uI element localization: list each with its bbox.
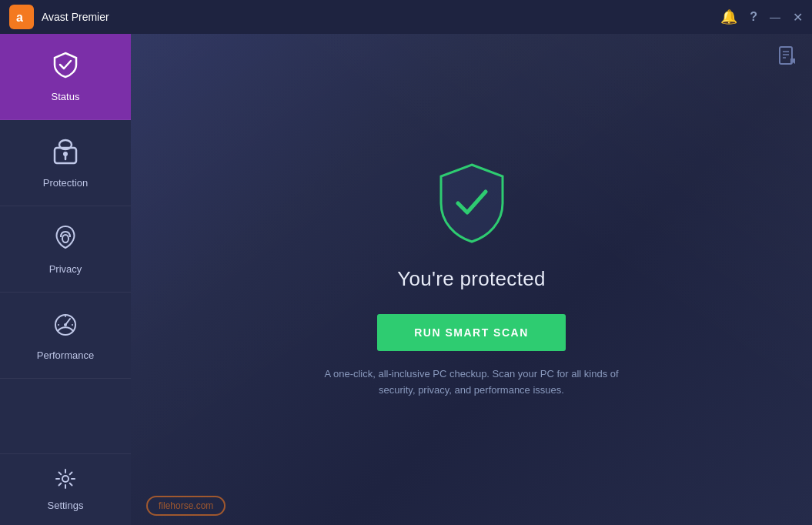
help-icon[interactable]: ? [750,10,757,24]
svg-point-5 [62,235,69,242]
performance-label: Performance [37,349,94,361]
sidebar-spacer [0,379,131,453]
scan-description: A one-click, all-inclusive PC checkup. S… [310,366,633,399]
svg-point-8 [64,323,67,326]
settings-icon [55,468,76,495]
sidebar: Status Protection [0,34,131,525]
svg-rect-13 [780,47,792,64]
privacy-icon [52,223,79,257]
content-inner: You're protected RUN SMART SCAN A one-cl… [310,161,633,399]
watermark: filehorse.com [146,496,226,516]
sidebar-item-settings[interactable]: Settings [0,453,131,525]
content-area: You're protected RUN SMART SCAN A one-cl… [131,34,812,525]
titlebar: a Avast Premier 🔔 ? — ✕ [0,0,812,34]
status-icon [52,51,79,85]
protection-icon [53,137,78,171]
notification-icon[interactable]: 🔔 [720,8,737,25]
svg-text:a: a [16,11,23,24]
sidebar-item-protection[interactable]: Protection [0,120,131,206]
status-label: Status [52,91,80,102]
minimize-icon[interactable]: — [770,11,780,23]
main-layout: Status Protection [0,34,812,525]
run-smart-scan-button[interactable]: RUN SMART SCAN [377,314,566,351]
app-title: Avast Premier [42,11,720,23]
license-icon[interactable] [777,45,798,71]
sidebar-item-performance[interactable]: Performance [0,293,131,379]
sidebar-item-privacy[interactable]: Privacy [0,206,131,293]
protection-label: Protection [43,177,89,189]
sidebar-item-status[interactable]: Status [0,34,131,120]
performance-icon [52,309,79,343]
app-logo: a [9,5,34,29]
svg-point-12 [62,476,69,482]
close-icon[interactable]: ✕ [793,10,803,25]
privacy-label: Privacy [49,263,82,275]
settings-label: Settings [48,500,84,511]
window-controls: 🔔 ? — ✕ [720,8,803,25]
protected-shield [433,161,510,249]
protected-status-text: You're protected [397,267,545,291]
